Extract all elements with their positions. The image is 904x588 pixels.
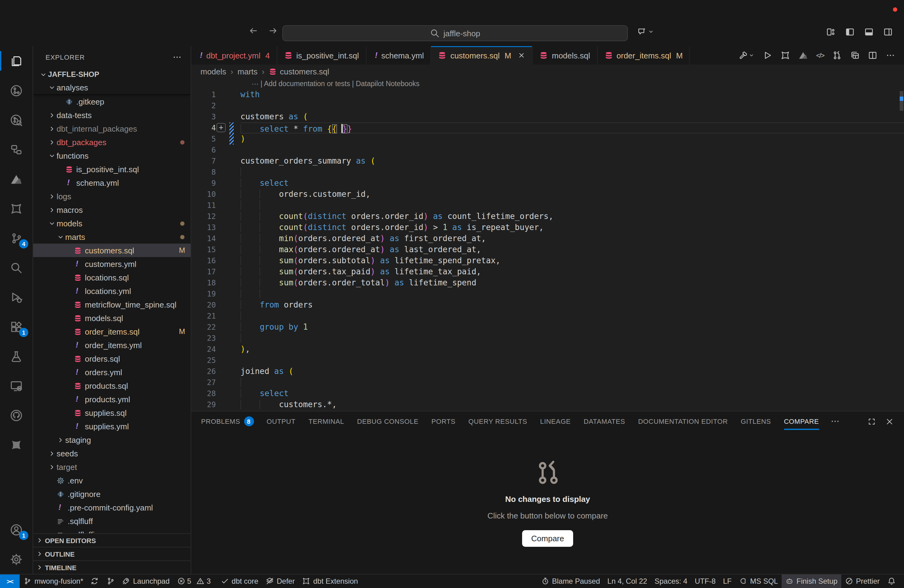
code-line-16[interactable]: 16 sum(orders.subtotal) as lifetime_spen…: [191, 255, 904, 266]
activity-item-accounts[interactable]: 1: [0, 515, 33, 544]
tree-item-analyses[interactable]: analyses: [33, 81, 191, 95]
tree-item-marts[interactable]: marts: [33, 230, 191, 243]
code-line-10[interactable]: 10 orders.customer_id,: [191, 189, 904, 200]
tree-item-models-sql[interactable]: models.sql: [33, 311, 191, 325]
code-line-27[interactable]: 27: [191, 377, 904, 388]
add-docs-button[interactable]: +: [217, 123, 226, 132]
status-blame[interactable]: Blame Paused: [537, 574, 604, 588]
tab-is-positive-int-sql[interactable]: is_positive_int.sql: [277, 46, 366, 65]
tree-item-gitkeep[interactable]: .gitkeep: [33, 95, 191, 108]
code-line-17[interactable]: 17 sum(orders.tax_paid) as lifetime_tax_…: [191, 266, 904, 277]
nav-forward-button[interactable]: [268, 26, 278, 36]
activity-item-remote-explorer[interactable]: [0, 371, 33, 400]
code-line-2[interactable]: 2: [191, 100, 904, 111]
panel-tab-output[interactable]: OUTPUT: [267, 417, 296, 425]
breadcrumb-item-models[interactable]: models: [201, 67, 226, 76]
panel-tab-gitlens[interactable]: GITLENS: [741, 417, 771, 425]
code-line-19[interactable]: 19: [191, 288, 904, 300]
status-git-sync[interactable]: [87, 574, 103, 588]
activity-item-run-and-debug[interactable]: [0, 282, 33, 312]
codelens-actions[interactable]: ··· | Add documentation or tests | Datap…: [251, 80, 419, 87]
panel-tab-compare[interactable]: COMPARE: [784, 417, 819, 425]
tree-item-functions[interactable]: functions: [33, 149, 191, 162]
tree-item-macros[interactable]: macros: [33, 203, 191, 217]
tree-item-is-positive-int-sql[interactable]: is_positive_int.sql: [33, 162, 191, 176]
activity-item-explorer[interactable]: [0, 46, 33, 76]
activity-item-extensions[interactable]: 1: [0, 312, 33, 341]
status-finish-setup[interactable]: Finish Setup: [782, 574, 841, 588]
tree-item-orders-yml[interactable]: !orders.yml: [33, 365, 191, 379]
status-encoding[interactable]: UTF-8: [691, 574, 719, 588]
status-git-branch[interactable]: mwong-fusion*: [20, 574, 87, 588]
compare-button[interactable]: Compare: [522, 530, 574, 547]
sidebar-section-open-editors[interactable]: OPEN EDITORS: [33, 533, 191, 547]
activity-item-dbt-power-user[interactable]: [0, 194, 33, 223]
sidebar-section-outline[interactable]: OUTLINE: [33, 547, 191, 560]
tree-item-schema-yml[interactable]: !schema.yml: [33, 176, 191, 190]
status-dbt-extension[interactable]: dbt Extension: [299, 574, 362, 588]
status-prettier[interactable]: Prettier: [841, 574, 883, 588]
status-notifications[interactable]: [883, 574, 899, 588]
tree-item-dbt-internal-packages[interactable]: dbt_internal_packages: [33, 122, 191, 135]
editor-action-query-results-table[interactable]: [850, 51, 860, 60]
tree-item-env[interactable]: .env: [33, 474, 191, 487]
tree-item-staging[interactable]: staging: [33, 433, 191, 447]
tree-item-seeds[interactable]: seeds: [33, 447, 191, 460]
command-center-search[interactable]: jaffle-shop: [282, 25, 628, 41]
status-problems[interactable]: 53: [174, 574, 217, 588]
tree-item-customers-sql[interactable]: customers.sqlM: [33, 243, 191, 257]
code-line-11[interactable]: 11: [191, 200, 904, 211]
tree-item-gitignore[interactable]: .gitignore: [33, 487, 191, 501]
copilot-chat-button[interactable]: [637, 27, 654, 36]
code-line-7[interactable]: 7customer_orders_summary as (: [191, 156, 904, 167]
panel-tab-debug-console[interactable]: DEBUG CONSOLE: [357, 417, 419, 425]
activity-item-search[interactable]: [0, 253, 33, 282]
editor-action-altimate-action[interactable]: [798, 51, 808, 60]
tab-dbt-project-yml[interactable]: !dbt_project.yml4: [191, 46, 277, 65]
customize-layout-icon[interactable]: [826, 27, 836, 37]
code-editor[interactable]: 1with23customers as (4+ select * from {{…: [191, 89, 904, 411]
tree-item-locations-yml[interactable]: !locations.yml: [33, 284, 191, 298]
tree-item-locations-sql[interactable]: locations.sql: [33, 270, 191, 284]
panel-tab-datamates[interactable]: DATAMATES: [583, 417, 625, 425]
panel-maximize-icon[interactable]: [867, 417, 876, 426]
status-language-mode[interactable]: MS SQL: [735, 574, 782, 588]
panel-tab-lineage[interactable]: LINEAGE: [540, 417, 571, 425]
tree-item-products-sql[interactable]: products.sql: [33, 379, 191, 392]
code-line-26[interactable]: 26joined as (: [191, 366, 904, 377]
toggle-secondary-sidebar-icon[interactable]: [883, 27, 893, 37]
panel-more-tabs-icon[interactable]: [830, 416, 840, 426]
tab-schema-yml[interactable]: !schema.yml: [366, 46, 431, 65]
tree-item-jaffle-shop[interactable]: JAFFLE-SHOP: [33, 68, 191, 81]
tree-item-logs[interactable]: logs: [33, 190, 191, 203]
activity-item-source-control[interactable]: 4: [0, 223, 33, 253]
tree-item-customers-yml[interactable]: !customers.yml: [33, 257, 191, 270]
panel-tab-ports[interactable]: PORTS: [431, 417, 455, 425]
sidebar-section-timeline[interactable]: TIMELINE: [33, 560, 191, 574]
code-line-3[interactable]: 3customers as (: [191, 111, 904, 122]
code-line-1[interactable]: 1with: [191, 89, 904, 100]
tree-item-order-items-sql[interactable]: order_items.sqlM: [33, 325, 191, 338]
code-line-5[interactable]: 5): [191, 133, 904, 145]
activity-item-testing[interactable]: [0, 341, 33, 371]
code-line-28[interactable]: 28 select: [191, 388, 904, 399]
code-line-8[interactable]: 8: [191, 167, 904, 178]
breadcrumb-item-customers-sql[interactable]: customers.sql: [269, 67, 329, 76]
code-line-12[interactable]: 12 count(distinct orders.order_id) as co…: [191, 211, 904, 222]
code-line-15[interactable]: 15 max(orders.ordered_at) as last_ordere…: [191, 244, 904, 255]
tree-item-sqlfluffignore[interactable]: .sqlfluffignore: [33, 528, 191, 533]
nav-back-button[interactable]: [248, 26, 258, 36]
activity-item-datapilot-scan[interactable]: [0, 76, 33, 105]
code-line-20[interactable]: 20 from orders: [191, 300, 904, 311]
tree-item-pre-commit-config-yaml[interactable]: !.pre-commit-config.yaml: [33, 501, 191, 514]
panel-tab-query-results[interactable]: QUERY RESULTS: [468, 417, 527, 425]
tree-item-target[interactable]: target: [33, 460, 191, 474]
code-line-25[interactable]: 25: [191, 355, 904, 366]
code-line-18[interactable]: 18 sum(orders.order_total) as lifetime_s…: [191, 277, 904, 288]
code-line-13[interactable]: 13 count(distinct orders.order_id) > 1 a…: [191, 222, 904, 233]
code-line-23[interactable]: 23: [191, 333, 904, 344]
code-line-4[interactable]: 4+ select * from {{ }}: [191, 122, 904, 133]
code-line-9[interactable]: 9 select: [191, 178, 904, 189]
code-line-21[interactable]: 21: [191, 311, 904, 322]
status-indentation[interactable]: Spaces: 4: [651, 574, 691, 588]
